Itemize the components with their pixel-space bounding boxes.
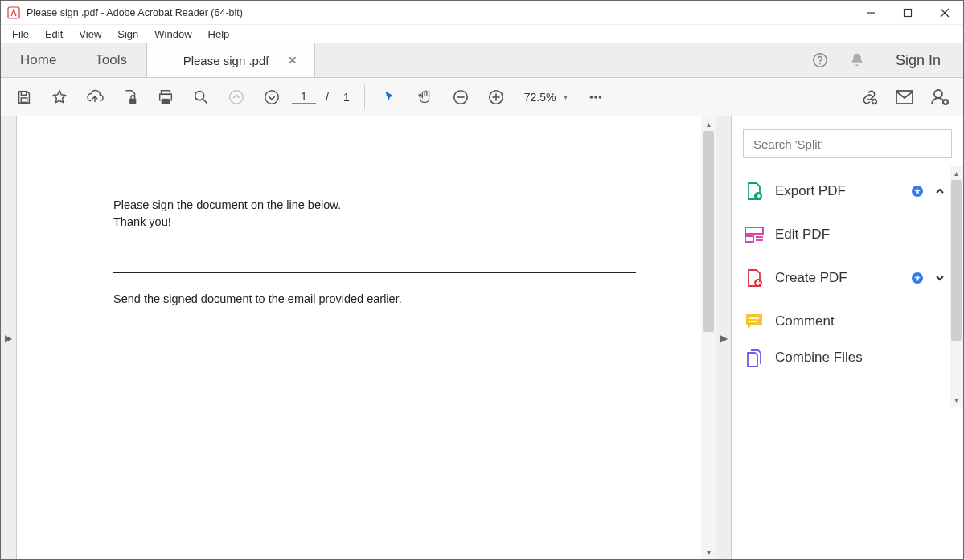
view-tabs-row: Home Tools Please sign .pdf ✕ Sign In: [1, 43, 963, 78]
combine-files-icon: [745, 349, 764, 369]
page-separator: /: [321, 91, 334, 104]
edit-pdf-icon: [745, 225, 764, 244]
search-icon[interactable]: [186, 82, 216, 112]
tool-label: Export PDF: [775, 183, 897, 199]
selection-tool-icon[interactable]: [375, 82, 405, 112]
tool-label: Combine Files: [775, 349, 949, 366]
svg-rect-8: [21, 97, 27, 102]
zoom-level-value: 72.5%: [524, 91, 556, 104]
print-icon[interactable]: [150, 82, 181, 112]
tab-tools[interactable]: Tools: [76, 43, 146, 77]
menu-sign[interactable]: Sign: [109, 27, 146, 42]
chevron-up-icon: [934, 186, 949, 197]
tab-document-label: Please sign .pdf: [183, 54, 269, 67]
tool-comment[interactable]: Comment: [732, 300, 963, 343]
scroll-down-icon[interactable]: ▾: [950, 393, 963, 407]
doc-text-line2: Thank you!: [113, 214, 619, 231]
menu-help[interactable]: Help: [200, 27, 238, 42]
hand-tool-icon[interactable]: [410, 82, 441, 112]
tools-search-input[interactable]: [743, 129, 952, 158]
tab-close-icon[interactable]: ✕: [288, 54, 297, 67]
doc-text-line3: Send the signed document to the email pr…: [113, 291, 619, 308]
maximize-button[interactable]: [889, 1, 926, 25]
document-page: Please sign the document on the line bel…: [17, 116, 716, 324]
doc-text-line1: Please sign the document on the line bel…: [113, 197, 619, 214]
menu-view[interactable]: View: [71, 27, 109, 42]
left-nav-rail[interactable]: ▶: [1, 116, 17, 559]
share-link-icon[interactable]: [854, 82, 884, 112]
menu-file[interactable]: File: [4, 27, 37, 42]
chevron-right-icon: ▶: [5, 333, 12, 344]
svg-point-14: [230, 90, 244, 104]
page-down-icon[interactable]: [256, 82, 287, 112]
email-icon[interactable]: [889, 82, 920, 112]
document-scrollbar[interactable]: ▴ ▾: [701, 116, 716, 559]
tool-create-pdf[interactable]: Create PDF: [732, 256, 963, 300]
chevron-down-icon: [934, 272, 949, 284]
sign-in-button[interactable]: Sign In: [883, 52, 954, 69]
titlebar: Please sign .pdf - Adobe Acrobat Reader …: [1, 1, 963, 25]
scroll-up-icon[interactable]: ▴: [950, 166, 963, 180]
share-people-icon[interactable]: [925, 82, 955, 112]
tool-edit-pdf[interactable]: Edit PDF: [732, 213, 963, 256]
toolbar: / 1 72.5% ▾: [1, 78, 963, 116]
signature-line: [113, 272, 636, 273]
star-icon[interactable]: [44, 82, 75, 112]
menu-window[interactable]: Window: [146, 27, 199, 42]
main-area: ▶ Please sign the document on the line b…: [1, 116, 963, 559]
tools-scrollbar[interactable]: ▴ ▾: [950, 166, 963, 407]
close-button[interactable]: [926, 1, 963, 25]
tab-home[interactable]: Home: [1, 43, 76, 77]
panel-bottom-area: [732, 407, 963, 559]
scroll-up-icon[interactable]: ▴: [701, 116, 716, 131]
menubar: File Edit View Sign Window Help: [1, 25, 963, 43]
menu-edit[interactable]: Edit: [37, 27, 71, 42]
document-viewport[interactable]: Please sign the document on the line bel…: [17, 116, 716, 559]
svg-rect-2: [905, 9, 912, 16]
svg-point-26: [934, 90, 942, 98]
svg-point-12: [195, 91, 204, 100]
page-up-icon[interactable]: [221, 82, 252, 112]
scroll-thumb[interactable]: [951, 180, 962, 341]
svg-rect-9: [129, 98, 136, 103]
comment-icon: [745, 312, 764, 331]
help-icon[interactable]: [809, 49, 831, 72]
tools-list: Export PDF Edit PDF Create PDF Comment: [732, 166, 963, 407]
premium-badge-icon: [912, 186, 923, 197]
page-number-input[interactable]: [292, 90, 316, 104]
svg-rect-11: [162, 98, 169, 103]
tool-export-pdf[interactable]: Export PDF: [732, 170, 963, 213]
create-pdf-icon: [745, 268, 764, 288]
scroll-thumb[interactable]: [703, 131, 714, 332]
svg-point-6: [819, 63, 821, 65]
caret-down-icon: ▾: [564, 92, 568, 101]
zoom-in-icon[interactable]: [481, 82, 511, 112]
cloud-upload-icon[interactable]: [80, 82, 110, 112]
tool-label: Comment: [775, 313, 949, 329]
svg-rect-30: [745, 236, 753, 242]
minimize-button[interactable]: [852, 1, 889, 25]
zoom-out-icon[interactable]: [445, 82, 476, 112]
notifications-icon[interactable]: [846, 49, 868, 72]
svg-point-23: [599, 96, 602, 99]
zoom-level-dropdown[interactable]: 72.5% ▾: [516, 91, 576, 104]
svg-rect-29: [745, 227, 763, 234]
more-tools-icon[interactable]: [580, 82, 611, 112]
svg-point-15: [265, 90, 279, 104]
page-lock-icon[interactable]: [115, 82, 146, 112]
chevron-right-icon: ▶: [720, 333, 728, 344]
premium-badge-icon: [912, 272, 923, 284]
page-total: 1: [338, 91, 355, 104]
scroll-down-icon[interactable]: ▾: [701, 545, 716, 559]
tool-label: Create PDF: [775, 270, 897, 286]
svg-line-13: [203, 99, 207, 103]
svg-point-21: [590, 96, 593, 99]
tool-label: Edit PDF: [775, 227, 949, 243]
svg-rect-7: [21, 91, 26, 95]
tool-combine-files[interactable]: Combine Files: [732, 343, 963, 375]
svg-point-22: [595, 96, 598, 99]
window-title: Please sign .pdf - Adobe Acrobat Reader …: [27, 7, 852, 18]
tab-document[interactable]: Please sign .pdf ✕: [146, 43, 315, 77]
panel-splitter[interactable]: ▶: [716, 116, 732, 559]
save-icon[interactable]: [9, 82, 39, 112]
